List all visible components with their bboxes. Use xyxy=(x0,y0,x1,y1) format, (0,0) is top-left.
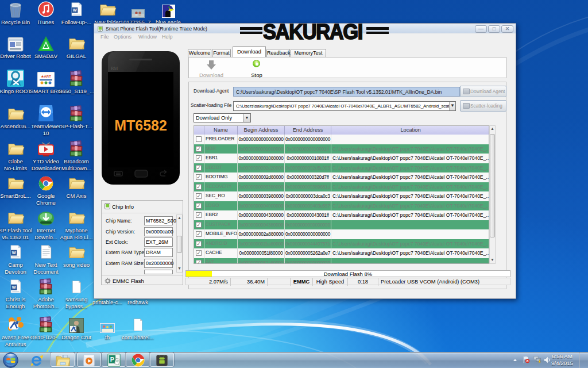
svg-text:P: P xyxy=(110,356,114,363)
svg-text:★ART: ★ART xyxy=(41,75,51,78)
